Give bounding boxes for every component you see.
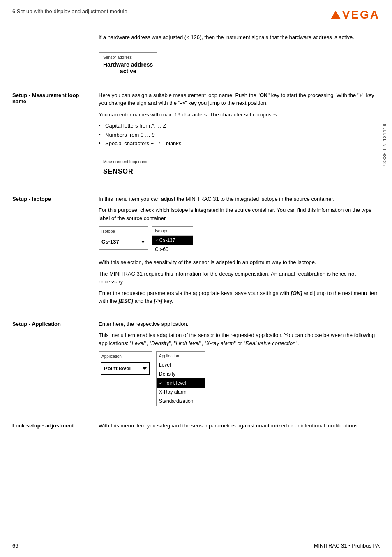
header-title: 6 Set up with the display and adjustment… — [12, 8, 127, 14]
page-footer: 66 MINITRAC 31 • Profibus PA — [12, 540, 380, 549]
application-select-value: Point level — [104, 364, 143, 373]
app-option-point-level[interactable]: Point level — [157, 378, 205, 388]
isotope-select-row[interactable]: Cs-137 — [99, 236, 148, 248]
measurement-loop-value: SENSOR — [103, 167, 152, 176]
sensor-address-area: Sensor address Hardware address active — [99, 48, 380, 81]
setup-measurement-label: Setup - Measurement loop name — [12, 91, 99, 183]
setup-application-section: Setup - Application Enter here, the resp… — [12, 320, 380, 411]
application-dropdown-title: Application — [157, 352, 205, 360]
lock-setup-content: With this menu item you safeguard the se… — [99, 422, 380, 433]
setup-isotope-label: Setup - Isotope — [12, 195, 99, 309]
application-controls: Application Point level Application Leve… — [99, 351, 380, 406]
list-item: Capital letters from A … Z — [99, 122, 380, 130]
sensor-address-box: Sensor address Hardware address active — [99, 52, 157, 77]
app-option-standardization[interactable]: Standardization — [157, 397, 205, 406]
application-select-row[interactable]: Point level — [101, 362, 150, 375]
app-option-xray[interactable]: X-Ray alarm — [157, 388, 205, 397]
side-watermark: 43836-EN-131119 — [382, 123, 387, 167]
page-number: 66 — [12, 543, 18, 549]
setup-application-label: Setup - Application — [12, 320, 99, 411]
isotope-select-box: Isotope Cs-137 — [99, 226, 148, 250]
sensor-address-title: Sensor address — [103, 55, 153, 60]
isotope-select-title: Isotope — [99, 228, 148, 236]
isotope-option-co60[interactable]: Co-60 — [152, 245, 193, 254]
setup-isotope-section: Setup - Isotope In this menu item you ca… — [12, 195, 380, 309]
lock-setup-section: Lock setup - adjustment With this menu i… — [12, 422, 380, 433]
character-set-list: Capital letters from A … Z Numbers from … — [99, 122, 380, 148]
intro-text: If a hardware address was adjusted (< 12… — [99, 33, 380, 42]
page-container: 6 Set up with the display and adjustment… — [0, 0, 392, 557]
setup-isotope-content: In this menu item you can adjust the MIN… — [99, 195, 380, 309]
page-header: 6 Set up with the display and adjustment… — [12, 8, 380, 25]
application-select-box: Application Point level — [99, 351, 152, 378]
isotope-dropdown-title: Isotope — [152, 227, 193, 236]
app-option-level[interactable]: Level — [157, 360, 205, 369]
isotope-controls: Isotope Cs-137 Isotope Cs-137 Co-60 — [99, 226, 380, 254]
dropdown-arrow-icon — [143, 367, 147, 370]
application-select-title: Application — [99, 353, 152, 361]
product-name: MINITRAC 31 • Profibus PA — [314, 543, 380, 549]
measurement-loop-box: Measurement loop name SENSOR — [99, 156, 156, 179]
sensor-address-value: Hardware address active — [103, 61, 153, 74]
app-option-density[interactable]: Density — [157, 369, 205, 378]
setup-application-content: Enter here, the respective application. … — [99, 320, 380, 411]
isotope-option-cs137[interactable]: Cs-137 — [152, 236, 193, 245]
isotope-dropdown-box: Isotope Cs-137 Co-60 — [152, 226, 193, 254]
measurement-loop-title: Measurement loop name — [103, 159, 152, 165]
vega-logo: VEGA — [331, 8, 380, 21]
application-dropdown-box: Application Level Density Point level X-… — [156, 351, 205, 406]
list-item: Numbers from 0 … 9 — [99, 131, 380, 139]
list-item: Special characters + - / _ blanks — [99, 139, 380, 148]
lock-setup-label: Lock setup - adjustment — [12, 422, 99, 433]
setup-measurement-content: Here you can assign a suitable measureme… — [99, 91, 380, 183]
setup-measurement-section: Setup - Measurement loop name Here you c… — [12, 91, 380, 183]
dropdown-arrow-icon — [141, 241, 145, 243]
isotope-select-value: Cs-137 — [101, 238, 141, 246]
